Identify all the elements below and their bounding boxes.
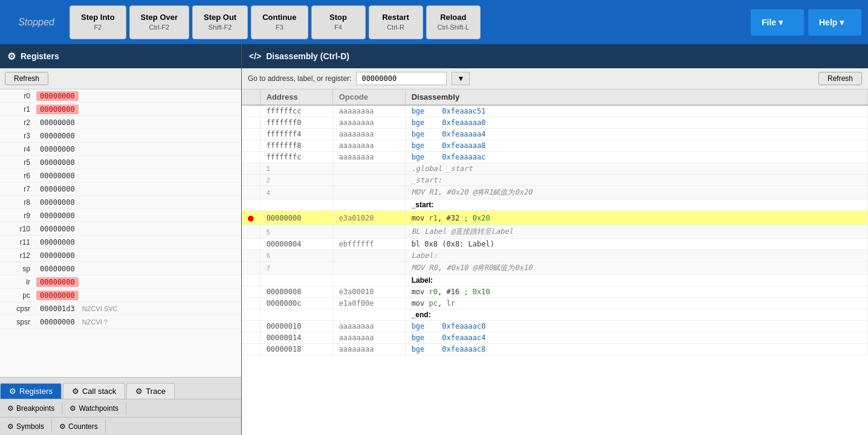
register-row-r8: r8 00000000 bbox=[0, 196, 241, 209]
restart-button[interactable]: Restart Ctrl-R bbox=[369, 5, 423, 39]
reg-name-r10: r10 bbox=[0, 225, 36, 233]
reg-val-r4: 00000000 bbox=[36, 144, 79, 154]
reg-name-r11: r11 bbox=[0, 238, 36, 246]
bp-cell bbox=[242, 275, 260, 286]
addr-cell: 00000008 bbox=[260, 286, 332, 298]
help-button[interactable]: Help ▾ bbox=[808, 8, 862, 36]
registers-scroll[interactable]: r0 00000000 r1 00000000 r2 00000000 r3 0… bbox=[0, 89, 241, 377]
comment-cell: BL Label @直接跳转至Label bbox=[405, 225, 867, 239]
left-panel: ⚙ Registers Refresh r0 00000000 r1 00000… bbox=[0, 44, 242, 435]
tab-counters[interactable]: ⚙ Counters bbox=[52, 420, 106, 433]
table-row[interactable]: 00000010 aaaaaaaa bge 0xfeaaaac0 bbox=[242, 321, 868, 332]
bp-cell[interactable] bbox=[242, 298, 260, 309]
bp-cell[interactable] bbox=[242, 129, 260, 140]
table-row[interactable]: 00000014 aaaaaaaa bge 0xfeaaaac4 bbox=[242, 332, 868, 344]
bp-cell[interactable] bbox=[242, 152, 260, 163]
file-button[interactable]: File ▾ bbox=[750, 8, 805, 36]
table-row[interactable]: 7 MOV R0, #0x10 @将R0赋值为0x10 bbox=[242, 262, 868, 275]
table-row[interactable]: 4 MOV R1, #0x20 @将R1赋值为0x20 bbox=[242, 186, 868, 199]
registers-header: ⚙ Registers bbox=[0, 44, 241, 68]
bp-cell[interactable]: ● bbox=[242, 211, 260, 225]
addr-cell: 00000000 bbox=[260, 211, 332, 225]
reg-name-r12: r12 bbox=[0, 251, 36, 260]
continue-button[interactable]: Continue F3 bbox=[251, 5, 308, 39]
tab-trace[interactable]: ⚙ Trace bbox=[126, 383, 175, 399]
linenum-cell: 6 bbox=[260, 250, 332, 262]
table-row[interactable]: fffffff4 aaaaaaaa bge 0xfeaaaaa4 bbox=[242, 129, 868, 140]
counters-label: Counters bbox=[68, 422, 98, 431]
tab-breakpoints[interactable]: ⚙ Breakpoints bbox=[0, 402, 62, 415]
opcode-cell: aaaaaaaa bbox=[332, 152, 405, 163]
bp-cell[interactable] bbox=[242, 286, 260, 298]
register-row-spsr: spsr 00000000 NZCVI ? bbox=[0, 315, 241, 329]
step-over-button[interactable]: Step Over Ctrl-F2 bbox=[129, 5, 189, 39]
reg-val-cpsr: 000001d3 bbox=[36, 304, 79, 314]
comment-cell: MOV R0, #0x10 @将R0赋值为0x10 bbox=[405, 262, 867, 275]
addr-cell: 0000000c bbox=[260, 298, 332, 309]
table-row[interactable]: fffffff8 aaaaaaaa bge 0xfeaaaaa8 bbox=[242, 140, 868, 152]
reg-val-r9: 00000000 bbox=[36, 211, 79, 221]
table-row[interactable]: 2 _start: bbox=[242, 175, 868, 186]
table-row[interactable]: ● 00000000 e3a01020 mov r1, #32 ; 0x20 bbox=[242, 211, 868, 225]
reload-button[interactable]: Reload Ctrl-Shift-L bbox=[426, 5, 481, 39]
table-row[interactable]: 00000008 e3a00010 mov r0, #16 ; 0x10 bbox=[242, 286, 868, 298]
bp-cell[interactable] bbox=[242, 344, 260, 355]
toolbar: Stopped Step Into F2 Step Over Ctrl-F2 S… bbox=[0, 0, 868, 44]
table-row[interactable]: fffffff0 aaaaaaaa bge 0xfeaaaaa0 bbox=[242, 117, 868, 129]
bp-cell[interactable] bbox=[242, 105, 260, 117]
opcode-cell: e3a01020 bbox=[332, 211, 405, 225]
bp-cell[interactable] bbox=[242, 332, 260, 344]
goto-label: Go to address, label, or register: bbox=[248, 74, 351, 83]
bp-cell[interactable] bbox=[242, 140, 260, 152]
tab-registers[interactable]: ⚙ Registers bbox=[0, 383, 62, 399]
table-row[interactable]: 0000000c e1a0f00e mov pc, lr bbox=[242, 298, 868, 309]
step-out-button[interactable]: Step Out Shift-F2 bbox=[192, 5, 248, 39]
table-row[interactable]: 00000004 ebffffff bl 0x8 (0x8: Label) bbox=[242, 239, 868, 250]
reg-name-r6: r6 bbox=[0, 172, 36, 180]
table-row[interactable]: 5 BL Label @直接跳转至Label bbox=[242, 225, 868, 239]
stop-button[interactable]: Stop F4 bbox=[311, 5, 366, 39]
bp-cell bbox=[242, 225, 260, 239]
disasm-cell: bge 0xfeaaaac4 bbox=[405, 332, 867, 344]
symbols-icon: ⚙ bbox=[7, 422, 14, 431]
bp-cell[interactable] bbox=[242, 117, 260, 129]
reg-name-r7: r7 bbox=[0, 185, 36, 193]
table-row[interactable]: fffffffc aaaaaaaa bge 0xfeaaaaac bbox=[242, 152, 868, 163]
registers-tab-label: Registers bbox=[19, 387, 53, 396]
step-into-button[interactable]: Step Into F2 bbox=[70, 5, 126, 39]
bp-cell[interactable] bbox=[242, 239, 260, 250]
table-row[interactable]: Label: bbox=[242, 275, 868, 286]
table-row[interactable]: _end: bbox=[242, 309, 868, 321]
registers-refresh-button[interactable]: Refresh bbox=[5, 72, 48, 85]
reg-val-pc: 00000000 bbox=[36, 291, 79, 300]
reg-name-r9: r9 bbox=[0, 211, 36, 220]
register-row-pc: pc 00000000 bbox=[0, 289, 241, 302]
tab-symbols[interactable]: ⚙ Symbols bbox=[0, 420, 52, 433]
reg-val-r0: 00000000 bbox=[36, 91, 79, 101]
address-input[interactable] bbox=[356, 72, 447, 85]
opcode-cell: e3a00010 bbox=[332, 286, 405, 298]
reg-val-r12: 00000000 bbox=[36, 251, 79, 260]
tab-watchpoints[interactable]: ⚙ Watchpoints bbox=[62, 402, 126, 415]
registers-tab-icon: ⚙ bbox=[9, 387, 16, 396]
table-row[interactable]: 1 .global _start bbox=[242, 163, 868, 175]
disasm-refresh-button[interactable]: Refresh bbox=[818, 72, 862, 85]
addr-cell bbox=[260, 309, 332, 321]
table-row[interactable]: 6 Label: bbox=[242, 250, 868, 262]
tab-callstack[interactable]: ⚙ Call stack bbox=[63, 383, 125, 399]
register-row-r2: r2 00000000 bbox=[0, 116, 241, 129]
right-panel: </> Disassembly (Ctrl-D) Go to address, … bbox=[242, 44, 868, 435]
bp-cell bbox=[242, 163, 260, 175]
address-dropdown-button[interactable]: ▼ bbox=[452, 72, 470, 85]
opcode-cell: aaaaaaaa bbox=[332, 140, 405, 152]
table-row[interactable]: ffffffcc aaaaaaaa bge 0xfeaaac51 bbox=[242, 105, 868, 117]
register-row-r1: r1 00000000 bbox=[0, 103, 241, 116]
table-row[interactable]: _start: bbox=[242, 199, 868, 211]
label-cell: Label: bbox=[405, 275, 867, 286]
bp-cell[interactable] bbox=[242, 321, 260, 332]
register-row-r11: r11 00000000 bbox=[0, 236, 241, 249]
table-row[interactable]: 00000018 aaaaaaaa bge 0xfeaaaac8 bbox=[242, 344, 868, 355]
addr-cell: fffffffc bbox=[260, 152, 332, 163]
comment-cell: _start: bbox=[405, 175, 867, 186]
disasm-table[interactable]: Address Opcode Disassembly ffffffcc aaaa… bbox=[242, 89, 868, 435]
